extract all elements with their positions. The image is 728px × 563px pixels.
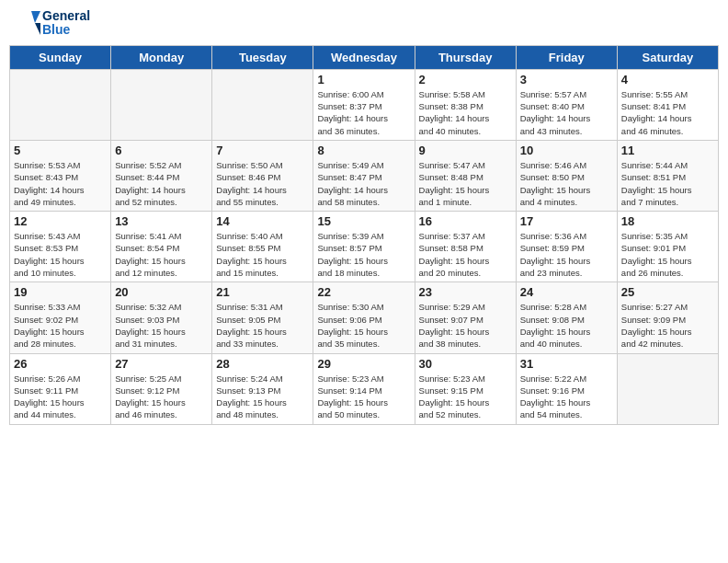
day-number: 1 — [317, 73, 410, 86]
day-info: Sunrise: 5:31 AM Sunset: 9:05 PM Dayligh… — [216, 301, 309, 350]
day-info: Sunrise: 5:53 AM Sunset: 8:43 PM Dayligh… — [14, 159, 107, 208]
day-number: 30 — [419, 357, 512, 371]
calendar-cell: 18Sunrise: 5:35 AM Sunset: 9:01 PM Dayli… — [617, 212, 718, 282]
day-info: Sunrise: 5:40 AM Sunset: 8:55 PM Dayligh… — [216, 230, 309, 279]
day-info: Sunrise: 5:57 AM Sunset: 8:40 PM Dayligh… — [520, 88, 613, 137]
calendar-cell: 7Sunrise: 5:50 AM Sunset: 8:46 PM Daylig… — [212, 140, 313, 211]
calendar-cell: 3Sunrise: 5:57 AM Sunset: 8:40 PM Daylig… — [516, 69, 617, 140]
day-info: Sunrise: 5:27 AM Sunset: 9:09 PM Dayligh… — [621, 301, 714, 350]
day-of-week-header: Sunday — [10, 45, 111, 69]
calendar-cell: 28Sunrise: 5:24 AM Sunset: 9:13 PM Dayli… — [212, 353, 313, 424]
calendar-cell: 29Sunrise: 5:23 AM Sunset: 9:14 PM Dayli… — [313, 353, 415, 424]
day-of-week-header: Tuesday — [212, 45, 313, 69]
day-of-week-header: Friday — [516, 45, 617, 69]
calendar-week-row: 5Sunrise: 5:53 AM Sunset: 8:43 PM Daylig… — [10, 140, 719, 211]
calendar-cell: 23Sunrise: 5:29 AM Sunset: 9:07 PM Dayli… — [415, 282, 516, 353]
day-number: 9 — [419, 144, 512, 157]
day-info: Sunrise: 5:25 AM Sunset: 9:12 PM Dayligh… — [115, 373, 208, 421]
day-number: 12 — [14, 214, 107, 228]
calendar-cell: 31Sunrise: 5:22 AM Sunset: 9:16 PM Dayli… — [516, 353, 617, 424]
logo-container: General Blue — [13, 9, 90, 38]
day-number: 14 — [216, 214, 309, 228]
day-info: Sunrise: 5:29 AM Sunset: 9:07 PM Dayligh… — [419, 301, 512, 350]
calendar-cell: 15Sunrise: 5:39 AM Sunset: 8:57 PM Dayli… — [313, 212, 415, 282]
day-number: 3 — [520, 73, 613, 86]
day-number: 13 — [115, 214, 208, 228]
calendar-cell: 8Sunrise: 5:49 AM Sunset: 8:47 PM Daylig… — [313, 140, 415, 211]
day-number: 11 — [621, 144, 714, 157]
day-number: 20 — [115, 285, 208, 299]
calendar-cell — [617, 353, 718, 424]
day-number: 6 — [115, 144, 208, 157]
day-of-week-header: Saturday — [617, 45, 718, 69]
logo: General Blue — [13, 9, 90, 38]
day-info: Sunrise: 5:35 AM Sunset: 9:01 PM Dayligh… — [621, 230, 714, 279]
day-number: 19 — [14, 285, 107, 299]
calendar-cell: 26Sunrise: 5:26 AM Sunset: 9:11 PM Dayli… — [10, 353, 111, 424]
day-info: Sunrise: 5:37 AM Sunset: 8:58 PM Dayligh… — [419, 230, 512, 279]
day-info: Sunrise: 5:23 AM Sunset: 9:14 PM Dayligh… — [317, 373, 410, 421]
day-info: Sunrise: 5:24 AM Sunset: 9:13 PM Dayligh… — [216, 373, 309, 421]
day-number: 4 — [621, 73, 714, 86]
calendar-cell: 12Sunrise: 5:43 AM Sunset: 8:53 PM Dayli… — [10, 212, 111, 282]
day-number: 18 — [621, 214, 714, 228]
calendar-cell — [10, 69, 111, 140]
day-number: 28 — [216, 357, 309, 371]
calendar-header-row: SundayMondayTuesdayWednesdayThursdayFrid… — [10, 45, 719, 69]
calendar-cell: 14Sunrise: 5:40 AM Sunset: 8:55 PM Dayli… — [212, 212, 313, 282]
calendar-cell: 19Sunrise: 5:33 AM Sunset: 9:02 PM Dayli… — [10, 282, 111, 353]
day-number: 26 — [14, 357, 107, 371]
day-number: 23 — [419, 285, 512, 299]
day-info: Sunrise: 5:55 AM Sunset: 8:41 PM Dayligh… — [621, 88, 714, 137]
day-of-week-header: Wednesday — [313, 45, 415, 69]
day-info: Sunrise: 5:36 AM Sunset: 8:59 PM Dayligh… — [520, 230, 613, 279]
day-number: 21 — [216, 285, 309, 299]
day-number: 16 — [419, 214, 512, 228]
calendar-cell: 9Sunrise: 5:47 AM Sunset: 8:48 PM Daylig… — [415, 140, 516, 211]
calendar-cell: 6Sunrise: 5:52 AM Sunset: 8:44 PM Daylig… — [111, 140, 212, 211]
calendar-cell — [111, 69, 212, 140]
day-info: Sunrise: 5:32 AM Sunset: 9:03 PM Dayligh… — [115, 301, 208, 350]
day-info: Sunrise: 5:47 AM Sunset: 8:48 PM Dayligh… — [419, 159, 512, 208]
day-number: 2 — [419, 73, 512, 86]
day-number: 24 — [520, 285, 613, 299]
day-info: Sunrise: 6:00 AM Sunset: 8:37 PM Dayligh… — [317, 88, 410, 137]
day-number: 22 — [317, 285, 410, 299]
day-info: Sunrise: 5:33 AM Sunset: 9:02 PM Dayligh… — [14, 301, 107, 350]
day-number: 5 — [14, 144, 107, 157]
calendar-week-row: 12Sunrise: 5:43 AM Sunset: 8:53 PM Dayli… — [10, 212, 719, 282]
day-number: 7 — [216, 144, 309, 157]
logo-text: General Blue — [42, 9, 90, 38]
day-info: Sunrise: 5:46 AM Sunset: 8:50 PM Dayligh… — [520, 159, 613, 208]
calendar-cell — [212, 69, 313, 140]
calendar-week-row: 1Sunrise: 6:00 AM Sunset: 8:37 PM Daylig… — [10, 69, 719, 140]
day-info: Sunrise: 5:39 AM Sunset: 8:57 PM Dayligh… — [317, 230, 410, 279]
day-info: Sunrise: 5:23 AM Sunset: 9:15 PM Dayligh… — [419, 373, 512, 421]
calendar-cell: 17Sunrise: 5:36 AM Sunset: 8:59 PM Dayli… — [516, 212, 617, 282]
day-number: 27 — [115, 357, 208, 371]
day-info: Sunrise: 5:43 AM Sunset: 8:53 PM Dayligh… — [14, 230, 107, 279]
calendar-cell: 20Sunrise: 5:32 AM Sunset: 9:03 PM Dayli… — [111, 282, 212, 353]
day-info: Sunrise: 5:30 AM Sunset: 9:06 PM Dayligh… — [317, 301, 410, 350]
day-number: 17 — [520, 214, 613, 228]
day-info: Sunrise: 5:49 AM Sunset: 8:47 PM Dayligh… — [317, 159, 410, 208]
day-number: 15 — [317, 214, 410, 228]
calendar-cell: 13Sunrise: 5:41 AM Sunset: 8:54 PM Dayli… — [111, 212, 212, 282]
calendar-cell: 22Sunrise: 5:30 AM Sunset: 9:06 PM Dayli… — [313, 282, 415, 353]
day-of-week-header: Monday — [111, 45, 212, 69]
calendar-cell: 25Sunrise: 5:27 AM Sunset: 9:09 PM Dayli… — [617, 282, 718, 353]
calendar-cell: 11Sunrise: 5:44 AM Sunset: 8:51 PM Dayli… — [617, 140, 718, 211]
day-info: Sunrise: 5:50 AM Sunset: 8:46 PM Dayligh… — [216, 159, 309, 208]
day-number: 29 — [317, 357, 410, 371]
calendar-cell: 30Sunrise: 5:23 AM Sunset: 9:15 PM Dayli… — [415, 353, 516, 424]
calendar-week-row: 19Sunrise: 5:33 AM Sunset: 9:02 PM Dayli… — [10, 282, 719, 353]
day-info: Sunrise: 5:58 AM Sunset: 8:38 PM Dayligh… — [419, 88, 512, 137]
calendar-cell: 24Sunrise: 5:28 AM Sunset: 9:08 PM Dayli… — [516, 282, 617, 353]
day-info: Sunrise: 5:44 AM Sunset: 8:51 PM Dayligh… — [621, 159, 714, 208]
day-info: Sunrise: 5:22 AM Sunset: 9:16 PM Dayligh… — [520, 373, 613, 421]
day-of-week-header: Thursday — [415, 45, 516, 69]
calendar-cell: 1Sunrise: 6:00 AM Sunset: 8:37 PM Daylig… — [313, 69, 415, 140]
calendar-cell: 4Sunrise: 5:55 AM Sunset: 8:41 PM Daylig… — [617, 69, 718, 140]
calendar-table: SundayMondayTuesdayWednesdayThursdayFrid… — [9, 45, 719, 425]
calendar-cell: 21Sunrise: 5:31 AM Sunset: 9:05 PM Dayli… — [212, 282, 313, 353]
